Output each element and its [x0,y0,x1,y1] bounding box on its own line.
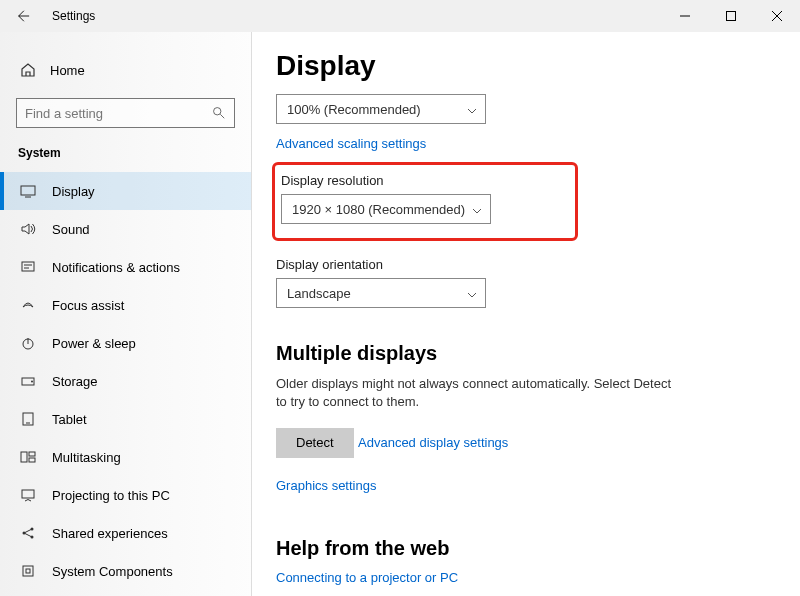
storage-icon [20,373,36,389]
chevron-down-icon [467,288,477,298]
sidebar-item-label: Sound [52,222,90,237]
category-label: System [0,142,251,172]
resolution-dropdown[interactable]: 1920 × 1080 (Recommended) [281,194,491,224]
svg-point-2 [214,108,221,115]
sidebar-item-label: Notifications & actions [52,260,180,275]
svg-rect-17 [29,458,35,462]
svg-rect-1 [727,12,736,21]
home-label: Home [50,63,85,78]
power-icon [20,335,36,351]
chevron-down-icon [472,204,482,214]
svg-rect-22 [23,566,33,576]
chevron-down-icon [467,104,477,114]
resolution-label: Display resolution [281,173,565,188]
svg-point-12 [31,381,33,383]
titlebar: Settings [0,0,800,32]
sidebar-item-label: Storage [52,374,98,389]
projecting-icon [20,487,36,503]
window-title: Settings [52,9,95,23]
resolution-value: 1920 × 1080 (Recommended) [292,202,465,217]
advanced-scaling-link[interactable]: Advanced scaling settings [276,136,426,151]
sidebar-item-label: Power & sleep [52,336,136,351]
sound-icon [20,221,36,237]
resolution-highlight: Display resolution 1920 × 1080 (Recommen… [272,162,578,241]
help-heading: Help from the web [276,537,772,560]
components-icon [20,563,36,579]
tablet-icon [20,411,36,427]
orientation-label: Display orientation [276,257,772,272]
scale-dropdown[interactable]: 100% (Recommended) [276,94,486,124]
sidebar-item-label: Tablet [52,412,87,427]
help-link-projector[interactable]: Connecting to a projector or PC [276,570,772,585]
svg-point-21 [31,536,34,539]
multiple-displays-text: Older displays might not always connect … [276,375,676,411]
svg-line-3 [220,114,224,118]
scale-value: 100% (Recommended) [287,102,421,117]
sidebar-item-clipboard[interactable]: Clipboard [0,590,251,596]
sidebar-item-label: System Components [52,564,173,579]
maximize-icon [726,11,736,21]
search-box[interactable] [16,98,235,128]
sidebar-item-components[interactable]: System Components [0,552,251,590]
svg-rect-18 [22,490,34,498]
sidebar-item-display[interactable]: Display [0,172,251,210]
sidebar-item-shared[interactable]: Shared experiences [0,514,251,552]
sidebar-item-projecting[interactable]: Projecting to this PC [0,476,251,514]
orientation-dropdown[interactable]: Landscape [276,278,486,308]
sidebar-item-notifications[interactable]: Notifications & actions [0,248,251,286]
arrow-left-icon [16,9,30,23]
graphics-settings-link[interactable]: Graphics settings [276,478,772,493]
home-icon [20,62,36,78]
window-controls [662,0,800,32]
orientation-value: Landscape [287,286,351,301]
search-icon [212,106,226,120]
shared-icon [20,525,36,541]
search-input[interactable] [25,106,212,121]
minimize-button[interactable] [662,0,708,32]
svg-rect-15 [21,452,27,462]
page-title: Display [276,50,772,82]
sidebar-item-label: Projecting to this PC [52,488,170,503]
home-nav[interactable]: Home [0,52,251,88]
close-button[interactable] [754,0,800,32]
sidebar-item-focus[interactable]: Focus assist [0,286,251,324]
sidebar-item-label: Display [52,184,95,199]
svg-rect-23 [26,569,30,573]
sidebar: Home System Display Sound Notifications … [0,32,252,596]
multitasking-icon [20,449,36,465]
svg-rect-6 [22,262,34,271]
maximize-button[interactable] [708,0,754,32]
svg-point-19 [23,532,26,535]
sidebar-item-power[interactable]: Power & sleep [0,324,251,362]
sidebar-item-label: Multitasking [52,450,121,465]
multiple-displays-heading: Multiple displays [276,342,772,365]
svg-rect-4 [21,186,35,195]
display-icon [20,183,36,199]
sidebar-item-label: Focus assist [52,298,124,313]
sidebar-item-sound[interactable]: Sound [0,210,251,248]
sidebar-item-label: Shared experiences [52,526,168,541]
sidebar-item-multitasking[interactable]: Multitasking [0,438,251,476]
main-content: Display 100% (Recommended) Advanced scal… [252,32,800,596]
focus-icon [20,297,36,313]
svg-point-20 [31,528,34,531]
minimize-icon [680,11,690,21]
notifications-icon [20,259,36,275]
detect-button[interactable]: Detect [276,428,354,458]
advanced-display-link[interactable]: Advanced display settings [358,435,508,450]
close-icon [772,11,782,21]
svg-rect-16 [29,452,35,456]
sidebar-item-storage[interactable]: Storage [0,362,251,400]
sidebar-item-tablet[interactable]: Tablet [0,400,251,438]
back-button[interactable] [0,0,46,32]
